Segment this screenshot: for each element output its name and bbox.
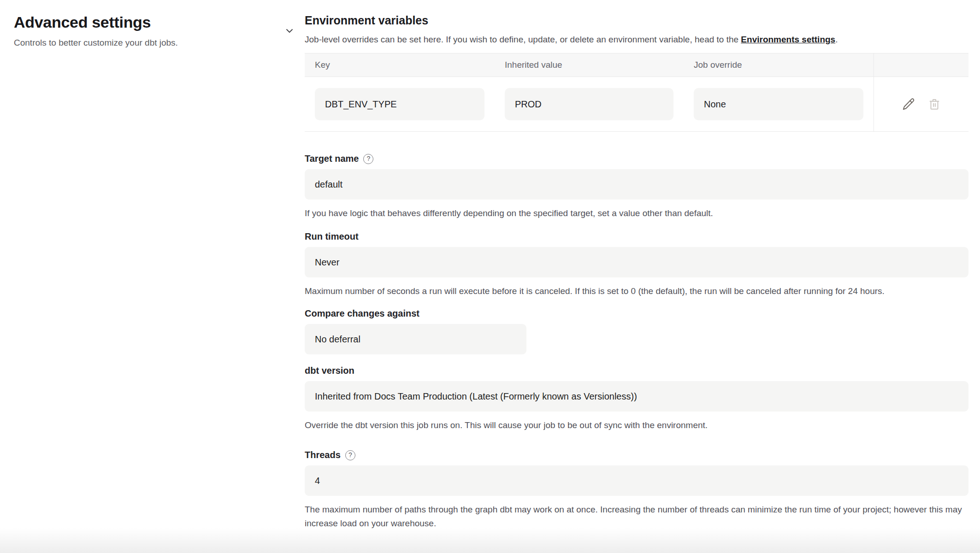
section-content: Environment variables Job-level override…	[305, 0, 980, 530]
threads-label-text: Threads	[305, 449, 341, 461]
env-var-override-cell: None	[684, 88, 874, 120]
environments-settings-link[interactable]: Environments settings	[741, 35, 835, 44]
collapse-section-button[interactable]	[283, 24, 296, 38]
env-var-inherited-value: PROD	[505, 88, 673, 120]
threads-input[interactable]: 4	[305, 465, 968, 496]
field-threads: Threads ? 4 The maximum number of paths …	[305, 449, 968, 530]
threads-helper: The maximum number of paths through the …	[305, 503, 968, 530]
env-var-override-value: None	[694, 88, 863, 120]
target-name-label: Target name ?	[305, 153, 968, 165]
edit-env-var-button[interactable]	[902, 97, 915, 111]
compare-changes-select[interactable]: No deferral	[305, 324, 526, 354]
advanced-settings-section: Advanced settings Controls to better cus…	[0, 0, 980, 530]
dbt-version-helper: Override the dbt version this job runs o…	[305, 418, 968, 432]
pencil-icon	[902, 97, 915, 111]
target-name-helper: If you have logic that behaves different…	[305, 206, 968, 220]
run-timeout-helper: Maximum number of seconds a run will exe…	[305, 284, 968, 298]
page-title: Advanced settings	[14, 13, 305, 31]
run-timeout-input[interactable]: Never	[305, 247, 968, 277]
compare-changes-label: Compare changes against	[305, 307, 968, 320]
page-subtitle: Controls to better customize your dbt jo…	[14, 37, 305, 49]
env-var-actions-cell	[874, 77, 968, 131]
dbt-version-label: dbt version	[305, 365, 968, 377]
delete-env-var-button[interactable]	[927, 97, 941, 111]
help-icon[interactable]: ?	[345, 450, 355, 460]
trash-icon	[927, 97, 941, 111]
dbt-version-select[interactable]: Inherited from Docs Team Production (Lat…	[305, 381, 968, 412]
env-var-key-value: DBT_ENV_TYPE	[315, 88, 484, 120]
env-vars-table: Key Inherited value Job override DBT_ENV…	[305, 53, 968, 132]
field-dbt-version: dbt version Inherited from Docs Team Pro…	[305, 365, 968, 432]
column-header-actions	[874, 53, 968, 76]
section-descriptor: Advanced settings Controls to better cus…	[0, 0, 305, 49]
env-vars-title: Environment variables	[305, 13, 968, 28]
target-name-label-text: Target name	[305, 153, 359, 165]
field-target-name: Target name ? default If you have logic …	[305, 153, 968, 220]
env-vars-description-text: Job-level overrides can be set here. If …	[305, 35, 741, 44]
env-vars-description: Job-level overrides can be set here. If …	[305, 34, 968, 45]
chevron-down-icon	[284, 25, 295, 36]
field-run-timeout: Run timeout Never Maximum number of seco…	[305, 230, 968, 298]
env-vars-description-period: .	[835, 35, 838, 44]
env-var-inherited-cell: PROD	[495, 88, 684, 120]
advanced-settings-page: Advanced settings Controls to better cus…	[0, 0, 980, 553]
help-icon[interactable]: ?	[363, 154, 373, 164]
env-var-key-cell: DBT_ENV_TYPE	[305, 88, 495, 120]
column-header-inherited-value: Inherited value	[495, 60, 684, 70]
column-header-job-override: Job override	[684, 60, 874, 70]
bottom-fade-gradient	[0, 528, 980, 553]
field-compare-changes: Compare changes against No deferral	[305, 307, 968, 354]
table-row: DBT_ENV_TYPE PROD None	[305, 77, 968, 131]
target-name-input[interactable]: default	[305, 169, 968, 200]
threads-label: Threads ?	[305, 449, 968, 461]
run-timeout-label: Run timeout	[305, 230, 968, 243]
env-vars-table-header: Key Inherited value Job override	[305, 53, 968, 77]
column-header-key: Key	[305, 60, 495, 70]
